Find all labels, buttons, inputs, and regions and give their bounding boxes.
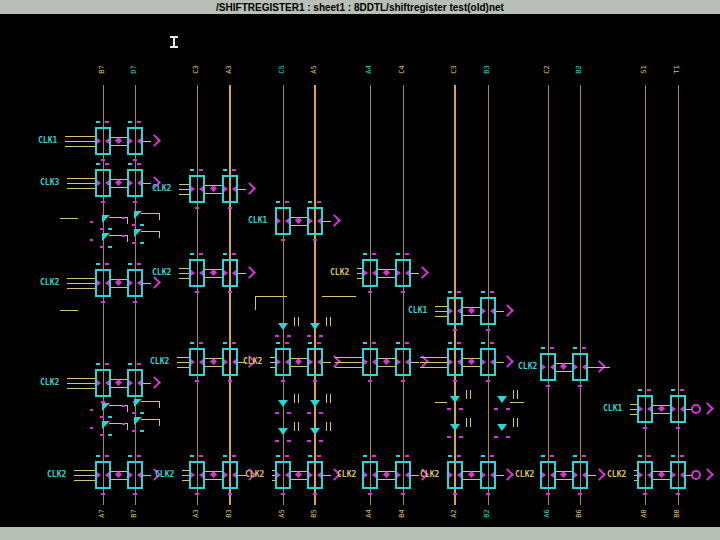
cell-pin-mark	[277, 218, 281, 224]
net-label-top[interactable]: C5	[279, 58, 286, 82]
net-label-top[interactable]: B3	[484, 58, 491, 82]
clock-net-label[interactable]: CLK2	[155, 471, 174, 479]
bus-tap-icon[interactable]	[278, 428, 288, 435]
pin-tick	[453, 329, 457, 331]
inter-cell-wire	[205, 479, 222, 480]
bus-tap-icon[interactable]	[278, 400, 288, 407]
net-label-top[interactable]: C3	[451, 58, 458, 82]
clock-net-label[interactable]: CLK2	[518, 363, 537, 371]
bus-tap-icon[interactable]	[450, 424, 460, 431]
clock-net-label[interactable]: CLK2	[47, 471, 66, 479]
tap-tick	[287, 440, 291, 442]
bus-tap-icon[interactable]	[497, 396, 507, 403]
net-label-bottom[interactable]: A3	[193, 502, 200, 526]
bus-tap-icon[interactable]	[278, 323, 288, 330]
cell-pin-mark	[97, 138, 101, 144]
clock-net-label[interactable]: CLK1	[408, 307, 427, 315]
clock-net-label[interactable]: CLK1	[603, 405, 622, 413]
clock-net-label[interactable]: CLK2	[330, 269, 349, 277]
connector-diamond-icon	[467, 307, 474, 314]
net-label-bottom[interactable]: B6	[576, 502, 583, 526]
pin-tick	[647, 455, 651, 457]
net-label-top[interactable]: A4	[366, 58, 373, 82]
cell-pin-mark	[405, 270, 409, 276]
bus-tap-icon[interactable]	[310, 400, 320, 407]
clock-net-label[interactable]: CLK2	[150, 358, 169, 366]
cell-pin-mark	[191, 359, 195, 365]
bus-wire[interactable]	[283, 85, 284, 505]
net-label-top[interactable]: T1	[674, 58, 681, 82]
clock-net-label[interactable]: CLK3	[40, 179, 59, 187]
net-label-top[interactable]: A5	[311, 58, 318, 82]
net-label-top[interactable]: D7	[131, 58, 138, 82]
bus-wire[interactable]	[645, 85, 646, 505]
bus-wire[interactable]	[197, 85, 198, 505]
net-label-top[interactable]: B2	[576, 58, 583, 82]
bus-wire[interactable]	[314, 85, 316, 505]
inverter-wire	[159, 213, 160, 220]
clock-net-label[interactable]: CLK2	[40, 379, 59, 387]
net-label-top[interactable]: C4	[399, 58, 406, 82]
net-label-bottom[interactable]: B4	[399, 502, 406, 526]
net-label-top[interactable]: S1	[641, 58, 648, 82]
input-wire	[74, 470, 95, 471]
bus-tap-icon[interactable]	[450, 396, 460, 403]
clock-net-label[interactable]: CLK2	[420, 471, 439, 479]
net-label-bottom[interactable]: B2	[484, 502, 491, 526]
clock-net-label[interactable]: CLK2	[245, 471, 264, 479]
inter-cell-wire	[556, 479, 572, 480]
input-wire	[435, 306, 447, 307]
clock-net-label[interactable]: CLK2	[337, 471, 356, 479]
net-label-bottom[interactable]: A4	[366, 502, 373, 526]
schematic-canvas[interactable]: B7D7C3A3C5A5A4C4C3B3C2B2S1T1A7B7A3B3A5B5…	[0, 14, 720, 527]
clock-net-label[interactable]: CLK2	[152, 185, 171, 193]
net-label-top[interactable]: B7	[99, 58, 106, 82]
pin-tick	[133, 201, 137, 203]
net-label-bottom[interactable]: A6	[544, 502, 551, 526]
pin-tick	[313, 380, 317, 382]
pin-tick	[137, 363, 141, 365]
net-label-bottom[interactable]: B7	[131, 502, 138, 526]
clock-net-label[interactable]: CLK2	[607, 471, 626, 479]
clock-net-label[interactable]: CLK2	[40, 279, 59, 287]
net-label-bottom[interactable]: A7	[99, 502, 106, 526]
bus-wire[interactable]	[580, 85, 581, 505]
net-label-top[interactable]: A3	[226, 58, 233, 82]
net-label-bottom[interactable]: A5	[279, 502, 286, 526]
connector-diamond-icon	[209, 269, 216, 276]
clock-net-label[interactable]: CLK1	[248, 217, 267, 225]
net-label-bottom[interactable]: B3	[226, 502, 233, 526]
bus-wire[interactable]	[370, 85, 371, 505]
clock-net-label[interactable]: CLK1	[38, 137, 57, 145]
connector-diamond-icon	[115, 179, 122, 186]
bus-wire[interactable]	[403, 85, 404, 505]
clock-net-label[interactable]: CLK2	[515, 471, 534, 479]
net-label-bottom[interactable]: A0	[641, 502, 648, 526]
pin-tick	[372, 253, 376, 255]
net-label-bottom[interactable]: B0	[674, 502, 681, 526]
connector-diamond-icon	[657, 471, 664, 478]
inverter-wire	[141, 213, 159, 214]
pin-tick	[396, 455, 400, 457]
bus-wire[interactable]	[229, 85, 231, 505]
bus-wire[interactable]	[454, 85, 456, 505]
tap-tick	[459, 408, 463, 410]
bus-wire[interactable]	[678, 85, 679, 505]
bus-wire[interactable]	[548, 85, 549, 505]
bus-tap-icon[interactable]	[497, 424, 507, 431]
connector-diamond-icon	[209, 358, 216, 365]
clock-net-label[interactable]: CLK2	[243, 358, 262, 366]
bus-wire[interactable]	[488, 85, 489, 505]
bus-tap-icon[interactable]	[310, 323, 320, 330]
pin-tick	[128, 263, 132, 265]
bus-tap-icon[interactable]	[310, 428, 320, 435]
tap-stub	[326, 394, 327, 403]
pin-tick	[313, 239, 317, 241]
clock-net-label[interactable]: CLK2	[152, 269, 171, 277]
net-label-bottom[interactable]: B5	[311, 502, 318, 526]
net-label-top[interactable]: C2	[544, 58, 551, 82]
net-label-top[interactable]: C3	[193, 58, 200, 82]
inter-cell-wire	[463, 366, 480, 367]
inverter-wire	[159, 401, 160, 408]
net-label-bottom[interactable]: A2	[451, 502, 458, 526]
